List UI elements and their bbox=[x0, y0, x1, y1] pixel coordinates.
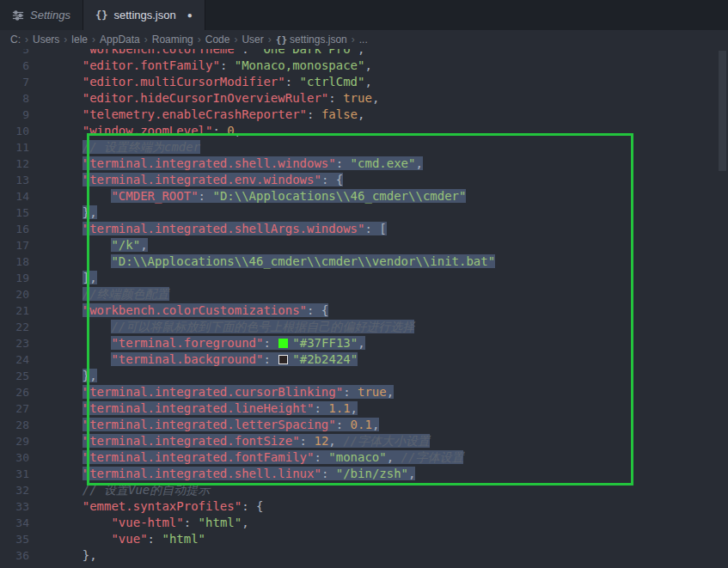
code-line-22[interactable]: 22 //可以将鼠标放到下面的色号上根据自己的偏好进行选择 bbox=[0, 319, 728, 335]
breadcrumb-item[interactable]: User bbox=[242, 34, 263, 46]
token-number: 0 bbox=[227, 124, 234, 137]
breadcrumb-item[interactable]: Code bbox=[205, 34, 230, 46]
line-number[interactable]: 34 bbox=[0, 515, 41, 531]
token-key: "terminal.integrated.shell.linux" bbox=[83, 467, 321, 480]
token-key: "workbench.colorCustomizations" bbox=[83, 303, 307, 317]
line-number[interactable]: 33 bbox=[0, 498, 41, 515]
code-content: "/k", bbox=[41, 237, 148, 253]
code-line-6[interactable]: 6 "editor.fontFamily": "Monaco,monospace… bbox=[0, 58, 728, 74]
code-line-13[interactable]: 13 "terminal.integrated.env.windows": { bbox=[0, 172, 728, 188]
tab-settings-json[interactable]: {} settings.json ● bbox=[83, 0, 205, 30]
line-number[interactable]: 26 bbox=[0, 384, 41, 400]
token-key: "editor.fontFamily" bbox=[83, 58, 220, 72]
code-line-25[interactable]: 25 }, bbox=[0, 368, 728, 384]
breadcrumb: C:›Users›lele›AppData›Roaming›Code›User›… bbox=[0, 30, 728, 49]
code-line-17[interactable]: 17 "/k", bbox=[0, 237, 728, 253]
code-line-29[interactable]: 29 "terminal.integrated.fontSize": 12, /… bbox=[0, 433, 728, 449]
code-line-5[interactable]: 5 "workbench.colorTheme": "One Dark Pro"… bbox=[0, 49, 728, 58]
modified-dot-icon[interactable]: ● bbox=[187, 11, 193, 20]
breadcrumb-item[interactable]: C: bbox=[10, 34, 21, 46]
line-number[interactable]: 36 bbox=[0, 547, 41, 564]
tab-settings[interactable]: Settings bbox=[0, 0, 83, 30]
code-line-24[interactable]: 24 "terminal.background": "#2b2424" bbox=[0, 351, 728, 368]
line-number[interactable]: 22 bbox=[0, 319, 41, 335]
code-line-28[interactable]: 28 "terminal.integrated.letterSpacing": … bbox=[0, 417, 728, 433]
token-string: "html" bbox=[162, 532, 205, 546]
code-line-16[interactable]: 16 "terminal.integrated.shellArgs.window… bbox=[0, 221, 728, 237]
line-number[interactable]: 16 bbox=[0, 221, 41, 237]
line-number[interactable]: 13 bbox=[0, 172, 41, 188]
line-number[interactable]: 30 bbox=[0, 449, 41, 466]
color-swatch[interactable] bbox=[278, 339, 288, 348]
token-punct: : bbox=[343, 385, 358, 399]
line-number[interactable]: 7 bbox=[0, 74, 41, 90]
code-content: }, bbox=[41, 368, 97, 384]
scrollbar-thumb[interactable] bbox=[719, 51, 726, 171]
line-number[interactable]: 29 bbox=[0, 433, 41, 449]
code-line-33[interactable]: 33 "emmet.syntaxProfiles": { bbox=[0, 498, 728, 515]
line-number[interactable]: 24 bbox=[0, 351, 41, 368]
code-line-30[interactable]: 30 "terminal.integrated.fontFamily": "mo… bbox=[0, 449, 728, 466]
code-line-18[interactable]: 18 "D:\\Applocations\\46_cmder\\cmder\\v… bbox=[0, 253, 728, 270]
selected-text: "terminal.background": "#2b2424" bbox=[111, 352, 358, 366]
line-number[interactable]: 14 bbox=[0, 188, 41, 205]
code-line-26[interactable]: 26 "terminal.integrated.cursorBlinking":… bbox=[0, 384, 728, 400]
line-number[interactable]: 28 bbox=[0, 417, 41, 433]
token-comment: //字体设置 bbox=[401, 450, 464, 464]
code-line-15[interactable]: 15 }, bbox=[0, 205, 728, 221]
code-line-20[interactable]: 20 //终端颜色配置 bbox=[0, 286, 728, 302]
code-content: "editor.multiCursorModifier": "ctrlCmd", bbox=[41, 74, 372, 90]
line-number[interactable]: 6 bbox=[0, 58, 41, 74]
color-swatch[interactable] bbox=[278, 355, 288, 364]
code-line-34[interactable]: 34 "vue-html": "html", bbox=[0, 515, 728, 531]
selected-text: "terminal.integrated.fontFamily": "monac… bbox=[83, 450, 464, 464]
line-number[interactable]: 5 bbox=[0, 49, 41, 58]
line-number[interactable]: 19 bbox=[0, 270, 41, 286]
code-line-27[interactable]: 27 "terminal.integrated.lineHeight": 1.1… bbox=[0, 400, 728, 417]
token-string: "#37FF13" bbox=[292, 336, 358, 350]
breadcrumb-item[interactable]: {}settings.json bbox=[276, 34, 347, 46]
code-line-12[interactable]: 12 "terminal.integrated.shell.windows": … bbox=[0, 156, 728, 172]
line-number[interactable]: 35 bbox=[0, 531, 41, 547]
line-number[interactable]: 9 bbox=[0, 107, 41, 123]
breadcrumb-chevron-icon: › bbox=[233, 34, 238, 46]
breadcrumb-item[interactable]: AppData bbox=[100, 34, 140, 46]
line-number[interactable]: 18 bbox=[0, 253, 41, 270]
line-number[interactable]: 31 bbox=[0, 466, 41, 482]
line-number[interactable]: 32 bbox=[0, 482, 41, 498]
breadcrumb-item[interactable]: lele bbox=[71, 34, 88, 46]
code-line-35[interactable]: 35 "vue": "html" bbox=[0, 531, 728, 547]
line-number[interactable]: 21 bbox=[0, 302, 41, 319]
line-number[interactable]: 8 bbox=[0, 90, 41, 107]
line-number[interactable]: 27 bbox=[0, 400, 41, 417]
token-punct: : bbox=[212, 124, 227, 137]
line-number[interactable]: 25 bbox=[0, 368, 41, 384]
line-number[interactable]: 17 bbox=[0, 237, 41, 253]
code-line-11[interactable]: 11 // 设置终端为cmder bbox=[0, 139, 728, 156]
code-line-8[interactable]: 8 "editor.hideCursorInOverviewRuler": tr… bbox=[0, 90, 728, 107]
breadcrumb-item[interactable]: Users bbox=[33, 34, 59, 46]
code-line-10[interactable]: 10 "window.zoomLevel": 0, bbox=[0, 123, 728, 139]
breadcrumb-item[interactable]: ... bbox=[359, 34, 368, 46]
token-key: "terminal.foreground" bbox=[111, 336, 263, 350]
code-line-23[interactable]: 23 "terminal.foreground": "#37FF13", bbox=[0, 335, 728, 351]
code-line-36[interactable]: 36 }, bbox=[0, 547, 728, 564]
code-line-21[interactable]: 21 "workbench.colorCustomizations": { bbox=[0, 302, 728, 319]
code-line-31[interactable]: 31 "terminal.integrated.shell.linux": "/… bbox=[0, 466, 728, 482]
line-number[interactable]: 20 bbox=[0, 286, 41, 302]
code-line-32[interactable]: 32 // 设置Vue的自动提示 bbox=[0, 482, 728, 498]
token-punct: : { bbox=[307, 303, 328, 317]
line-number[interactable]: 11 bbox=[0, 139, 41, 156]
code-line-7[interactable]: 7 "editor.multiCursorModifier": "ctrlCmd… bbox=[0, 74, 728, 90]
token-comment: //可以将鼠标放到下面的色号上根据自己的偏好进行选择 bbox=[111, 320, 414, 333]
line-number[interactable]: 10 bbox=[0, 123, 41, 139]
line-number[interactable]: 12 bbox=[0, 156, 41, 172]
line-number[interactable]: 23 bbox=[0, 335, 41, 351]
breadcrumb-item[interactable]: Roaming bbox=[152, 34, 193, 46]
code-line-9[interactable]: 9 "telemetry.enableCrashReporter": false… bbox=[0, 107, 728, 123]
token-key: "window.zoomLevel" bbox=[83, 124, 213, 137]
line-number[interactable]: 15 bbox=[0, 205, 41, 221]
code-line-14[interactable]: 14 "CMDER_ROOT": "D:\\Applocations\\46_c… bbox=[0, 188, 728, 205]
code-editor[interactable]: 5 "workbench.colorTheme": "One Dark Pro"… bbox=[0, 49, 728, 568]
code-line-19[interactable]: 19 ], bbox=[0, 270, 728, 286]
